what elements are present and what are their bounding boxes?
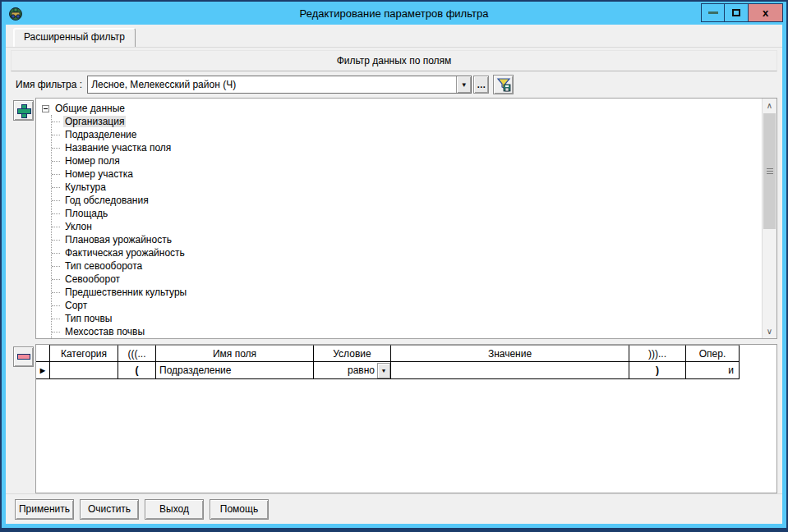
row-marker-icon: ► <box>39 366 48 375</box>
filter-name-dropdown-button[interactable]: ▼ <box>456 76 471 93</box>
chevron-down-icon: ▼ <box>461 81 468 89</box>
filter-name-input[interactable] <box>88 76 456 93</box>
tree-item[interactable]: Культура <box>52 181 762 194</box>
grid-toolbar <box>11 344 35 493</box>
window-title: Редактирование параметров фильтра <box>2 7 786 20</box>
grid-header-row: Категория (((... Имя поля Условие Значен… <box>36 345 776 362</box>
filter-name-row: Имя фильтра : ▼ … <box>6 71 782 98</box>
main-area: Общие данные Организация Подразделение Н… <box>6 98 782 493</box>
maximize-icon <box>732 9 740 16</box>
column-header-value: Значение <box>391 345 629 362</box>
filter-name-combobox: ▼ <box>87 76 472 94</box>
help-button[interactable]: Помощь <box>210 499 269 520</box>
tree-item[interactable]: Тип почвы <box>52 312 762 325</box>
row-marker-cell: ► <box>36 362 50 379</box>
tree-item[interactable]: Сорт <box>52 299 762 312</box>
close-button[interactable]: x <box>749 3 783 22</box>
maximize-button[interactable] <box>725 3 749 22</box>
tree-item[interactable]: Тип севооборота <box>52 259 762 273</box>
condition-value: равно <box>348 365 375 376</box>
scrollbar-grip-icon <box>767 171 773 172</box>
column-header-open-brackets: (((... <box>118 345 156 362</box>
column-header-operator: Опер. <box>686 345 740 362</box>
tab-strip: Расширенный фильтр <box>6 25 782 47</box>
tree-item[interactable]: Номер поля <box>52 154 762 167</box>
tree-scrollbar[interactable]: ∧ ∨ <box>762 99 776 338</box>
tree-item[interactable]: Год обследования <box>52 194 762 207</box>
window-controls: x <box>701 3 783 22</box>
fields-tree: Общие данные Организация Подразделение Н… <box>36 99 762 338</box>
tree-root-label[interactable]: Общие данные <box>53 103 127 114</box>
scrollbar-track[interactable] <box>763 112 776 324</box>
chevron-down-icon: ▼ <box>381 368 387 374</box>
conditions-grid: Категория (((... Имя поля Условие Значен… <box>35 344 777 493</box>
minimize-icon <box>708 11 718 14</box>
grid-corner-cell <box>36 345 50 362</box>
scroll-up-icon[interactable]: ∧ <box>763 99 776 112</box>
footer-bar: Применить Очистить Выход Помощь <box>6 493 782 524</box>
column-header-field-name: Имя поля <box>156 345 314 362</box>
panel-header: Фильтр данных по полям <box>11 50 777 71</box>
tree-item[interactable]: Фактическая урожайность <box>52 246 762 259</box>
conditions-pane: Категория (((... Имя поля Условие Значен… <box>11 344 777 493</box>
cell-open-bracket[interactable]: ( <box>118 362 156 379</box>
dialog-window: Редактирование параметров фильтра x Расш… <box>0 0 788 532</box>
cell-field-name[interactable]: Подразделение <box>156 362 314 379</box>
window-frame: Расширенный фильтр Фильтр данных по поля… <box>2 25 786 528</box>
column-header-condition: Условие <box>314 345 391 362</box>
apply-button[interactable]: Применить <box>15 499 74 520</box>
tree-item[interactable]: Предшественник культуры <box>52 286 762 299</box>
column-header-close-brackets: )))... <box>629 345 686 362</box>
title-bar: Редактирование параметров фильтра x <box>2 2 786 25</box>
fields-tree-panel: Общие данные Организация Подразделение Н… <box>35 98 777 339</box>
tree-item[interactable]: Организация <box>52 115 762 128</box>
tree-item[interactable]: Севооборот <box>52 273 762 286</box>
tree-item[interactable]: Номер участка <box>52 167 762 181</box>
filter-name-label: Имя фильтра : <box>16 79 82 90</box>
cell-category[interactable] <box>50 362 118 379</box>
cell-value[interactable]: отделение Лесное ; Мелекесский район (Ч) <box>391 362 629 379</box>
exit-button[interactable]: Выход <box>145 499 204 520</box>
remove-condition-button[interactable] <box>13 346 34 367</box>
scroll-down-icon[interactable]: ∨ <box>763 324 776 338</box>
plus-icon <box>17 104 30 117</box>
tree-item[interactable]: Название участка поля <box>52 141 762 154</box>
ellipsis-icon: … <box>477 80 486 89</box>
close-icon: x <box>763 7 768 19</box>
fields-pane: Общие данные Организация Подразделение Н… <box>11 98 777 339</box>
tab-advanced-filter[interactable]: Расширенный фильтр <box>13 28 136 47</box>
tree-root-row[interactable]: Общие данные <box>42 102 762 115</box>
tree-item[interactable]: Плановая урожайность <box>52 233 762 246</box>
tree-toolbar <box>11 98 35 339</box>
minus-icon <box>17 354 30 360</box>
funnel-save-icon <box>496 77 511 92</box>
condition-dropdown-button[interactable]: ▼ <box>377 363 390 378</box>
column-header-category: Категория <box>50 345 118 362</box>
filter-name-ellipsis-button[interactable]: … <box>473 76 489 94</box>
tree-item[interactable]: Подразделение <box>52 128 762 141</box>
cell-condition[interactable]: равно ▼ <box>314 362 391 379</box>
tree-item[interactable]: Мехсостав почвы <box>52 325 762 338</box>
tree-item[interactable]: Площадь <box>52 207 762 220</box>
collapse-icon[interactable] <box>42 105 49 112</box>
minimize-button[interactable] <box>701 3 725 22</box>
tab-panel: Фильтр данных по полям Имя фильтра : ▼ … <box>6 47 782 524</box>
condition-row: ► ( Подразделение равно ▼ отделение Лесн… <box>36 362 776 379</box>
add-condition-button[interactable] <box>13 100 34 121</box>
tree-children: Организация Подразделение Название участ… <box>51 115 762 338</box>
clear-button[interactable]: Очистить <box>80 499 139 520</box>
scrollbar-thumb[interactable] <box>763 113 776 229</box>
tree-item[interactable]: Уклон <box>52 220 762 233</box>
cell-operator[interactable]: и <box>686 362 740 379</box>
cell-close-bracket[interactable]: ) <box>629 362 686 379</box>
save-filter-button[interactable] <box>493 75 514 94</box>
